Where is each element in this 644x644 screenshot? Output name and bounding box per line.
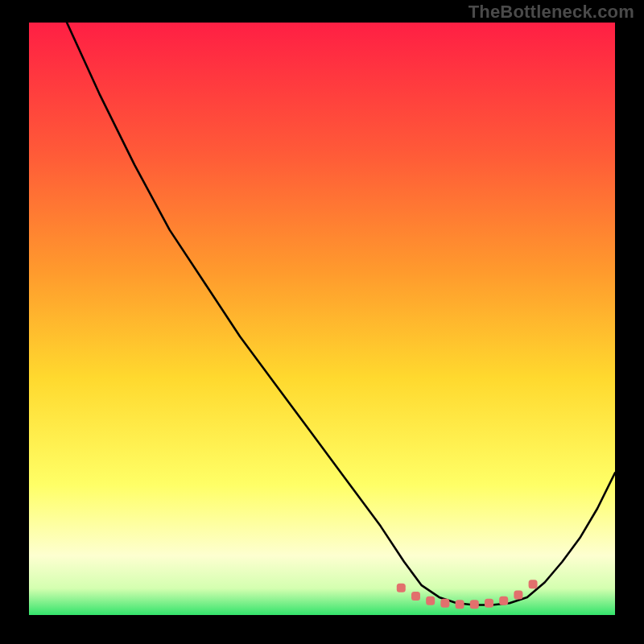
marker-dot (499, 597, 508, 605)
marker-dot (514, 590, 522, 599)
chart-frame: TheBottleneck.com (0, 0, 644, 644)
marker-dot (411, 592, 420, 601)
marker-dot (529, 580, 538, 588)
gradient-background (29, 23, 615, 615)
marker-dot (470, 600, 479, 609)
marker-dot (485, 599, 493, 608)
marker-dot (456, 600, 464, 609)
watermark-text: TheBottleneck.com (469, 2, 634, 23)
plot-area (29, 23, 615, 615)
marker-dot (397, 584, 406, 592)
marker-dot (440, 599, 449, 608)
marker-dot (426, 597, 435, 605)
chart-svg (29, 23, 615, 615)
